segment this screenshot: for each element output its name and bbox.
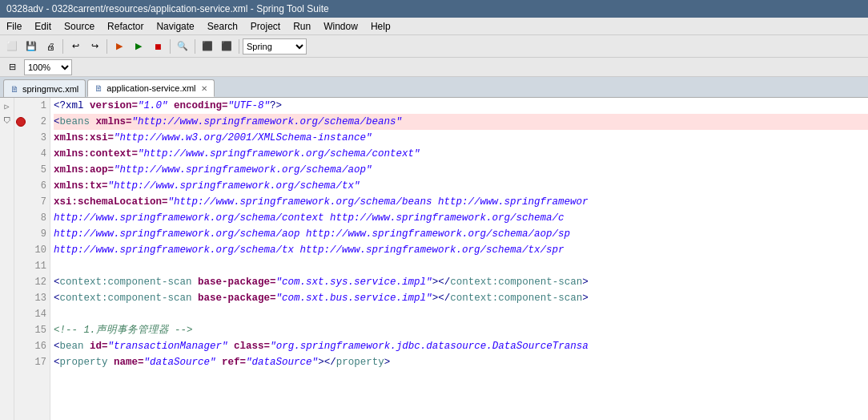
tab-bar: 🗎 springmvc.xml 🗎 application-service.xm… — [0, 77, 868, 98]
menu-bar: File Edit Source Refactor Navigate Searc… — [0, 18, 868, 35]
code-line-9: http://www.springframework.org/schema/ao… — [54, 226, 868, 242]
line-row-4: 4 — [14, 146, 50, 162]
line-num-12: 12 — [35, 275, 46, 290]
line-row-7: 7 — [14, 194, 50, 210]
code-line-8: http://www.springframework.org/schema/co… — [54, 210, 868, 226]
code-line-2: <beans xmlns="http://www.springframework… — [54, 114, 868, 130]
editor-body: ▷ ⛉ 1 2 3 4 5 6 7 8 9 10 11 12 13 14 15 … — [0, 98, 868, 420]
line-row-12: 12 — [14, 274, 50, 290]
collapse-all-button[interactable]: ⊟ — [3, 59, 21, 76]
line-row-1: 1 — [14, 98, 50, 114]
tab-springmvc-label: springmvc.xml — [22, 84, 78, 94]
menu-file[interactable]: File — [0, 18, 28, 34]
toolbar-sep1 — [62, 39, 63, 54]
line-num-4: 4 — [41, 147, 46, 162]
tab-application-service[interactable]: 🗎 application-service.xml ✕ — [87, 79, 214, 97]
code-area[interactable]: <?xml version="1.0" encoding="UTF-8"?> <… — [50, 98, 868, 420]
server-start[interactable]: ⬛ — [199, 38, 216, 55]
menu-edit[interactable]: Edit — [28, 18, 58, 34]
line-num-6: 6 — [41, 179, 46, 194]
line-num-14: 14 — [35, 307, 46, 322]
line-row-9: 9 — [14, 226, 50, 242]
tab-springmvc[interactable]: 🗎 springmvc.xml — [3, 79, 86, 97]
line-num-3: 3 — [41, 131, 46, 146]
line-num-11: 11 — [35, 259, 46, 274]
code-line-6: xmlns:tx="http://www.springframework.org… — [54, 178, 868, 194]
code-line-14 — [54, 306, 868, 322]
line-row-17: 17 — [14, 354, 50, 370]
new-button[interactable]: ⬜ — [3, 38, 21, 55]
line-row-14: 14 — [14, 306, 50, 322]
tab-application-service-icon: 🗎 — [94, 83, 103, 93]
server-stop[interactable]: ⬛ — [218, 38, 235, 55]
line-row-11: 11 — [14, 258, 50, 274]
toolbar-sep5 — [239, 39, 239, 54]
title-text: 0328adv - 0328carrent/resources/applicat… — [6, 3, 329, 14]
stop-button[interactable]: ⏹ — [149, 38, 167, 55]
zoom-dropdown[interactable]: 100% — [24, 59, 72, 75]
toolbar-sep3 — [170, 39, 171, 54]
toolbar-sep4 — [195, 39, 195, 54]
line-num-2: 2 — [41, 115, 46, 130]
line-row-8: 8 — [14, 210, 50, 226]
code-line-15: <!-- 1.声明事务管理器 --> — [54, 322, 868, 338]
line-row-6: 6 — [14, 178, 50, 194]
toolbar: ⬜ 💾 🖨 ↩ ↪ ▶ ▶ ⏹ 🔍 ⬛ ⬛ Spring Java Debug — [0, 35, 868, 58]
line-num-5: 5 — [41, 163, 46, 178]
line-row-2[interactable]: 2 — [14, 114, 50, 130]
line-row-3: 3 — [14, 130, 50, 146]
save-button[interactable]: 💾 — [22, 38, 40, 55]
sidebar-bookmark-icon[interactable]: ⛉ — [2, 115, 13, 127]
menu-refactor[interactable]: Refactor — [101, 18, 150, 34]
line-num-15: 15 — [35, 323, 46, 338]
line-row-5: 5 — [14, 162, 50, 178]
code-line-11 — [54, 258, 868, 274]
code-line-5: xmlns:aop="http://www.springframework.or… — [54, 162, 868, 178]
full-editor: 🗎 springmvc.xml 🗎 application-service.xm… — [0, 77, 868, 420]
tab-application-service-close[interactable]: ✕ — [201, 84, 207, 93]
line-num-10: 10 — [35, 243, 46, 258]
debug-button[interactable]: ▶ — [111, 38, 128, 55]
code-line-3: xmlns:xsi="http://www.w3.org/2001/XMLSch… — [54, 130, 868, 146]
menu-source[interactable]: Source — [58, 18, 101, 34]
line-gutter: 1 2 3 4 5 6 7 8 9 10 11 12 13 14 15 16 1… — [14, 98, 50, 420]
left-sidebar: ▷ ⛉ — [0, 98, 14, 420]
menu-run[interactable]: Run — [287, 18, 317, 34]
toolbar2: ⊟ 100% — [0, 58, 868, 77]
undo-button[interactable]: ↩ — [66, 38, 84, 55]
print-button[interactable]: 🖨 — [42, 38, 59, 55]
code-line-12: <context:component-scan base-package="co… — [54, 274, 868, 290]
line-row-15: 15 — [14, 322, 50, 338]
menu-project[interactable]: Project — [244, 18, 287, 34]
menu-search[interactable]: Search — [201, 18, 244, 34]
code-line-17: <property name="dataSource" ref="dataSou… — [54, 354, 868, 370]
title-bar: 0328adv - 0328carrent/resources/applicat… — [0, 0, 868, 18]
code-line-7: xsi:schemaLocation="http://www.springfra… — [54, 194, 868, 210]
menu-help[interactable]: Help — [364, 18, 397, 34]
line-num-1: 1 — [41, 99, 46, 114]
tab-springmvc-icon: 🗎 — [10, 84, 19, 94]
line-row-10: 10 — [14, 242, 50, 258]
code-line-4: xmlns:context="http://www.springframewor… — [54, 146, 868, 162]
redo-button[interactable]: ↪ — [86, 38, 103, 55]
line-num-7: 7 — [41, 195, 46, 210]
menu-navigate[interactable]: Navigate — [150, 18, 200, 34]
sidebar-collapse-icon[interactable]: ▷ — [2, 101, 13, 112]
code-line-1: <?xml version="1.0" encoding="UTF-8"?> — [54, 98, 868, 114]
menu-window[interactable]: Window — [317, 18, 364, 34]
line-num-13: 13 — [35, 291, 46, 306]
run-button[interactable]: ▶ — [130, 38, 147, 55]
breakpoint-marker-2 — [16, 117, 26, 127]
line-num-16: 16 — [35, 339, 46, 354]
line-num-8: 8 — [41, 211, 46, 226]
line-row-13: 13 — [14, 290, 50, 306]
code-line-10: http://www.springframework.org/schema/tx… — [54, 242, 868, 258]
search-button[interactable]: 🔍 — [174, 38, 191, 55]
perspective-dropdown[interactable]: Spring Java Debug — [243, 38, 307, 55]
line-row-16: 16 — [14, 338, 50, 354]
code-line-16: <bean id="transactionManager" class="org… — [54, 338, 868, 354]
toolbar-sep2 — [106, 39, 107, 54]
line-num-17: 17 — [35, 355, 46, 370]
line-num-9: 9 — [41, 227, 46, 242]
code-line-13: <context:component-scan base-package="co… — [54, 290, 868, 306]
